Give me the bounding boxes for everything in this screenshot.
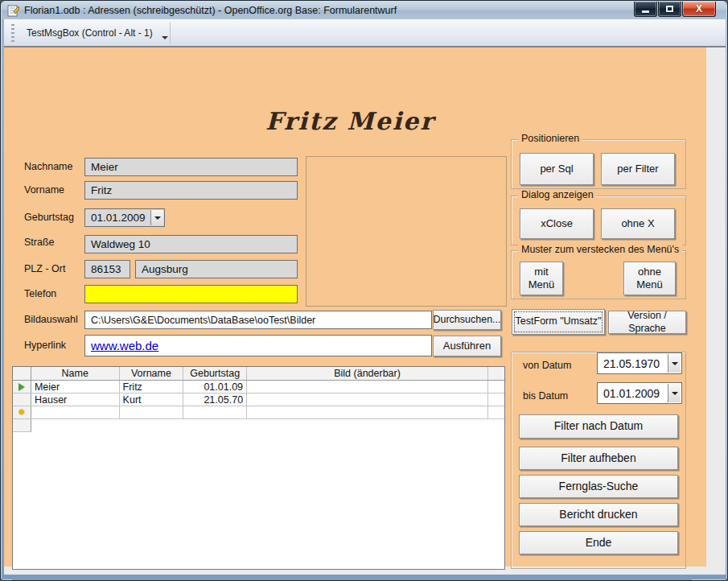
cell-filler	[488, 394, 504, 406]
cell-vorname[interactable]: Fritz	[120, 381, 184, 393]
bis-datum-combo[interactable]: 01.01.2009	[597, 382, 682, 404]
strasse-label: Straße	[24, 237, 55, 248]
table-row[interactable]: Hauser Kurt 21.05.70	[13, 394, 504, 406]
column-header-vorname[interactable]: Vorname	[120, 367, 184, 380]
bericht-drucken-label: Bericht drucken	[559, 508, 637, 522]
testform-umsatz-label: TestForm "Umsatz"	[516, 315, 602, 328]
cell-geburtstag[interactable]: 01.01.09	[183, 381, 247, 393]
image-preview-box	[306, 156, 507, 307]
cell-filler	[488, 381, 504, 393]
geburtstag-dropdown-button[interactable]	[150, 210, 163, 225]
chevron-down-icon	[154, 216, 161, 220]
version-sprache-button[interactable]: Version / Sprache	[608, 311, 686, 334]
geburtstag-combo[interactable]: 01.01.2009	[84, 208, 165, 227]
ausfuehren-button[interactable]: Ausführen	[433, 336, 501, 356]
hyperlink-field[interactable]: www.web.de	[84, 335, 432, 356]
window-title: Florian1.odb : Adressen (schreibgeschütz…	[24, 5, 397, 16]
telefon-field[interactable]	[84, 285, 298, 303]
maximize-icon	[666, 6, 673, 12]
form-heading: Fritz Meier	[149, 107, 551, 135]
ohne-x-label: ohne X	[621, 217, 654, 230]
chevron-down-icon	[672, 362, 678, 365]
close-button[interactable]: X	[682, 2, 716, 17]
fernglas-suche-label: Fernglas-Suche	[559, 480, 639, 494]
xclose-label: xClose	[541, 217, 573, 230]
app-icon	[7, 5, 19, 17]
column-header-filler	[488, 367, 504, 380]
minimize-button[interactable]	[634, 2, 657, 17]
bildauswahl-value: C:\Users\G&E\Documents\DataBase\ooTest\B…	[91, 315, 315, 326]
von-datum-label: von Datum	[523, 360, 571, 371]
xclose-button[interactable]: xClose	[520, 208, 594, 239]
column-header-name[interactable]: Name	[31, 367, 120, 380]
von-datum-combo[interactable]: 21.05.1970	[597, 352, 682, 374]
row-selector-new[interactable]: ✹	[13, 406, 31, 418]
row-selector[interactable]	[13, 419, 31, 432]
titlebar[interactable]: Florian1.odb : Adressen (schreibgeschütz…	[2, 2, 726, 19]
toolbar-drag-handle[interactable]	[11, 24, 14, 42]
cell-bild[interactable]	[247, 394, 488, 406]
cell-vorname[interactable]: Kurt	[120, 394, 184, 406]
cell-geburtstag[interactable]	[183, 406, 247, 418]
testmsgbox-button[interactable]: TestMsgBox (Control - Alt - 1)	[21, 23, 158, 43]
per-filter-button[interactable]: per Filter	[601, 153, 675, 185]
cell-name[interactable]: Hauser	[31, 394, 120, 406]
filter-nach-datum-button[interactable]: Filter nach Datum	[519, 414, 678, 439]
maximize-button[interactable]	[658, 2, 681, 17]
von-datum-dropdown-button[interactable]	[668, 354, 681, 373]
table-row-new[interactable]: ✹	[13, 406, 504, 419]
row-selector-header[interactable]	[13, 367, 31, 380]
per-sql-button[interactable]: per Sql	[520, 153, 594, 185]
client-area: Fritz Meier Nachname Vorname Geburtstag …	[4, 47, 726, 575]
column-header-bild[interactable]: Bild (änderbar)	[247, 367, 488, 380]
macro-toolbar: TestMsgBox (Control - Alt - 1)	[4, 19, 726, 47]
cell-vorname[interactable]	[120, 406, 184, 418]
ort-value: Augsburg	[142, 263, 188, 275]
bildauswahl-field[interactable]: C:\Users\G&E\Documents\DataBase\ooTest\B…	[84, 311, 432, 329]
nachname-value: Meier	[91, 161, 118, 173]
table-row[interactable]: Meier Fritz 01.01.09	[13, 381, 504, 394]
per-sql-label: per Sql	[540, 163, 573, 175]
hyperlink-label: Hyperlink	[24, 340, 66, 351]
muster-title: Muster zum verstecken des Menü's	[518, 244, 682, 255]
testform-umsatz-button[interactable]: TestForm "Umsatz"	[512, 309, 605, 335]
ohne-menue-button[interactable]: ohne Menü	[623, 262, 676, 295]
vorname-field[interactable]: Fritz	[84, 181, 298, 200]
ort-field[interactable]: Augsburg	[135, 260, 298, 278]
hyperlink-value[interactable]: www.web.de	[91, 339, 158, 352]
version-sprache-label: Version / Sprache	[609, 310, 685, 335]
positionieren-title: Positionieren	[518, 133, 582, 144]
new-record-icon: ✹	[18, 408, 25, 417]
strasse-field[interactable]: Waldweg 10	[84, 235, 298, 253]
ende-label: Ende	[586, 536, 612, 550]
nachname-field[interactable]: Meier	[84, 158, 298, 176]
fernglas-suche-button[interactable]: Fernglas-Suche	[519, 475, 678, 498]
mit-menue-button[interactable]: mit Menü	[520, 262, 563, 295]
bis-datum-dropdown-button[interactable]	[668, 384, 681, 402]
plz-field[interactable]: 86153	[84, 260, 130, 278]
cell-geburtstag[interactable]: 21.05.70	[183, 394, 247, 406]
row-selector[interactable]	[13, 394, 31, 406]
cell-name[interactable]	[31, 406, 120, 418]
ohne-menue-label: ohne Menü	[624, 266, 675, 292]
row-selector-current[interactable]	[13, 381, 31, 393]
ohne-x-button[interactable]: ohne X	[601, 208, 675, 239]
mit-menue-label: mit Menü	[520, 266, 562, 292]
bericht-drucken-button[interactable]: Bericht drucken	[519, 503, 678, 526]
von-datum-value: 21.05.1970	[603, 357, 660, 370]
cell-bild[interactable]	[247, 406, 488, 418]
testmsgbox-label: TestMsgBox (Control - Alt - 1)	[27, 27, 153, 39]
geburtstag-label: Geburtstag	[24, 212, 74, 223]
durchsuchen-button[interactable]: Durchsuchen...	[433, 310, 501, 330]
records-table: Name Vorname Geburtstag Bild (änderbar) …	[12, 366, 505, 570]
toolbar-dropdown-button[interactable]	[160, 23, 171, 43]
ende-button[interactable]: Ende	[519, 531, 678, 554]
filter-aufheben-button[interactable]: Filter aufheben	[519, 447, 678, 470]
geburtstag-value: 01.01.2009	[91, 212, 146, 224]
vorname-label: Vorname	[24, 184, 64, 196]
chevron-down-icon	[672, 392, 678, 395]
strasse-value: Waldweg 10	[91, 238, 150, 250]
cell-bild[interactable]	[247, 381, 488, 393]
cell-name[interactable]: Meier	[31, 381, 120, 393]
column-header-geburtstag[interactable]: Geburtstag	[183, 367, 247, 380]
